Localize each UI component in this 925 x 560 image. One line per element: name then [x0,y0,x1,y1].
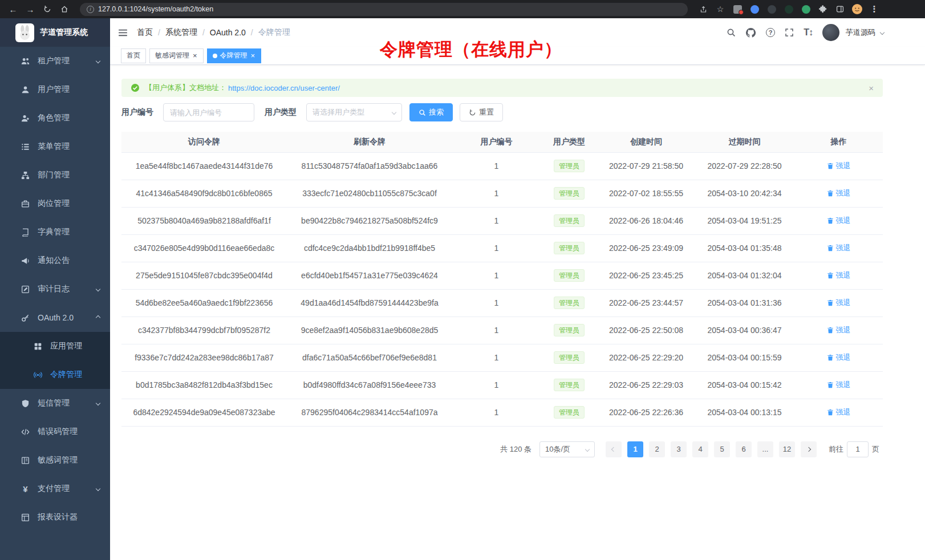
pagination-ellipsis[interactable]: ... [757,441,773,457]
app-logo[interactable]: 芋道管理系统 [0,18,110,47]
user-type-select[interactable]: 请选择用户类型 [306,103,402,121]
table-row: f9336e7c7dd242a283ee98dc86b17a87dfa6c71a… [121,344,883,371]
help-icon[interactable]: ? [766,28,775,37]
view-tab[interactable]: 敏感词管理× [149,48,204,63]
table-row: c347026e805e4d99b0d116eae66eda8ccdfc4ce9… [121,234,883,262]
font-size-icon[interactable]: T↕ [804,27,813,38]
user-type-tag: 管理员 [554,297,585,309]
forward-button[interactable]: → [24,3,36,15]
reset-button[interactable]: 重置 [460,103,503,121]
breadcrumb-item[interactable]: 首页 [137,27,153,38]
view-tab[interactable]: 令牌管理× [207,48,262,63]
extension-icon[interactable] [731,3,744,15]
hamburger-icon[interactable] [118,28,128,38]
search-icon[interactable] [727,28,736,37]
next-page-button[interactable] [801,441,817,457]
view-tab[interactable]: 首页 [121,48,146,63]
table-header-row: 访问令牌刷新令牌用户编号用户类型创建时间过期时间操作 [121,132,883,152]
sidebar-item-dept[interactable]: 部门管理 [0,161,110,189]
expire-time-cell: 2022-07-29 22:28:50 [695,152,794,180]
sidebar-item-sensitive-word[interactable]: 敏感词管理 [0,446,110,474]
page-button-4[interactable]: 4 [692,441,708,457]
sidebar-item-menu[interactable]: 菜单管理 [0,132,110,161]
user-id-input[interactable] [163,103,254,121]
breadcrumb-item[interactable]: OAuth 2.0 [210,28,246,37]
sidebar-item-label: 菜单管理 [38,141,70,152]
sidebar-menu: 租户管理用户管理角色管理菜单管理部门管理岗位管理字典管理通知公告审计日志OAut… [0,47,110,531]
sidebar-item-notice[interactable]: 通知公告 [0,246,110,275]
column-header: 操作 [794,132,883,152]
close-tab-icon[interactable]: × [250,52,256,59]
sidebar-item-label: 审计日志 [38,284,70,294]
breadcrumb-item[interactable]: 系统管理 [165,27,197,38]
page-button-2[interactable]: 2 [649,441,665,457]
table-row: 6d842e2924594de9a09e45e087323abe8796295f… [121,399,883,426]
sidebar-item-oauth2[interactable]: OAuth 2.0 [0,303,110,332]
force-logout-button[interactable]: 强退 [827,325,851,335]
user-type-tag: 管理员 [554,324,585,336]
search-button[interactable]: 搜索 [409,103,453,121]
sidebar-item-tenant[interactable]: 租户管理 [0,47,110,75]
back-button[interactable]: ← [7,3,19,15]
close-alert-icon[interactable]: × [869,83,874,93]
chevron-down-icon [96,287,100,291]
force-logout-button[interactable]: 强退 [827,243,851,253]
username[interactable]: 芋道源码 [846,27,875,38]
force-logout-button[interactable]: 强退 [827,298,851,308]
sidebar-item-dict[interactable]: 字典管理 [0,218,110,246]
alert-link[interactable]: https://doc.iocoder.cn/user-center/ [228,84,340,92]
page-button-6[interactable]: 6 [736,441,752,457]
github-icon[interactable] [745,27,756,38]
sidebar-item-post[interactable]: 岗位管理 [0,189,110,218]
share-icon[interactable] [697,3,709,15]
page-button-1[interactable]: 1 [627,441,643,457]
side-panel-icon[interactable] [834,3,846,15]
home-button[interactable] [58,3,71,15]
sidebar-item-role[interactable]: 角色管理 [0,104,110,132]
force-logout-button[interactable]: 强退 [827,407,851,417]
sidebar-item-user[interactable]: 用户管理 [0,75,110,104]
page-size-select[interactable]: 10条/页 [539,441,595,457]
sidebar-item-oauth2-app[interactable]: 应用管理 [0,332,110,360]
extension-icon[interactable] [765,3,778,15]
sidebar-item-oauth2-token[interactable]: 令牌管理 [0,360,110,389]
sidebar-item-sms[interactable]: 短信管理 [0,389,110,417]
extensions-puzzle-icon[interactable] [817,3,829,15]
browser-profile-avatar[interactable] [851,3,863,15]
action-cell: 强退 [794,399,883,426]
url-bar[interactable]: i 127.0.0.1:1024/system/oauth2/token [80,3,688,16]
prev-page-button[interactable] [606,441,622,457]
sidebar-item-error-code[interactable]: 错误码管理 [0,417,110,446]
sidebar-item-report-designer[interactable]: 报表设计器 [0,503,110,531]
close-tab-icon[interactable]: × [192,52,198,59]
site-info-icon[interactable]: i [87,6,94,13]
bookmark-star-icon[interactable]: ☆ [714,3,727,15]
browser-menu-icon[interactable]: ⋮ [868,3,881,15]
user-avatar[interactable] [822,24,839,41]
page-button-5[interactable]: 5 [714,441,730,457]
force-logout-button[interactable]: 强退 [827,161,851,171]
action-cell: 强退 [794,234,883,262]
user-type-cell: 管理员 [541,344,598,371]
extension-icon[interactable] [748,3,761,15]
force-logout-button[interactable]: 强退 [827,270,851,281]
force-logout-button[interactable]: 强退 [827,352,851,363]
user-type-cell: 管理员 [541,207,598,234]
user-type-cell: 管理员 [541,262,598,289]
force-logout-button[interactable]: 强退 [827,188,851,198]
extension-icon[interactable] [782,3,795,15]
page-button-12[interactable]: 12 [779,441,795,457]
reload-button[interactable] [41,3,54,15]
sidebar-item-pay[interactable]: ¥支付管理 [0,474,110,503]
refresh-token-cell: 9ce8ef2aa9f14056b831ae9b608e28d5 [287,316,452,344]
fullscreen-icon[interactable] [785,28,794,37]
chevron-down-icon [585,447,590,451]
goto-page-input[interactable] [847,441,869,457]
force-logout-button[interactable]: 强退 [827,216,851,226]
force-logout-button[interactable]: 强退 [827,380,851,390]
extension-icon[interactable] [800,3,812,15]
page-button-3[interactable]: 3 [671,441,687,457]
expire-time-cell: 2054-03-04 19:51:25 [695,207,794,234]
sidebar-item-audit-log[interactable]: 审计日志 [0,275,110,303]
pagination: 共 120 条 10条/页 123456...12 前往 页 [121,441,883,457]
